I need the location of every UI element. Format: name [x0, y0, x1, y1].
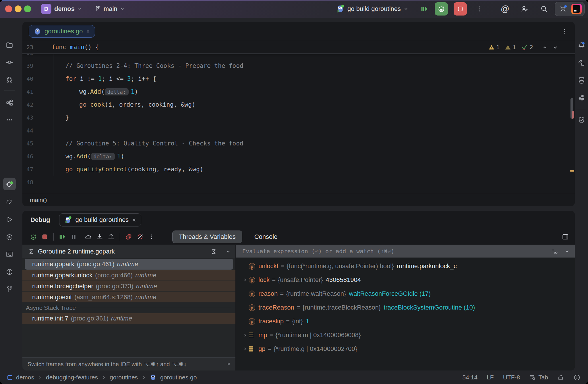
chevron-down-icon[interactable]	[226, 249, 231, 254]
structure-tool-button[interactable]	[3, 96, 16, 109]
services-tool-button[interactable]	[3, 231, 16, 243]
more-tool-windows-button[interactable]	[3, 114, 16, 126]
problems-icon	[6, 268, 13, 276]
plugins-tool-button[interactable]	[575, 91, 588, 104]
terminal-tool-button[interactable]	[3, 248, 16, 261]
close-icon[interactable]	[132, 218, 136, 222]
view-breakpoints-button[interactable]	[123, 231, 134, 243]
zoom-window-button[interactable]	[24, 5, 31, 12]
prev-problem-button[interactable]	[542, 45, 548, 50]
layout-settings-button[interactable]	[562, 233, 569, 241]
code-with-me-button[interactable]	[519, 3, 531, 15]
rerun-button[interactable]	[28, 231, 39, 243]
rerun-debug-button[interactable]	[435, 2, 448, 16]
debug-tool-button[interactable]	[3, 178, 16, 190]
stack-frame-row[interactable]: runtime.gopark(proc.go:461)runtime	[25, 259, 233, 270]
variable-row[interactable]: plock={unsafe.Pointer}4306581904	[236, 273, 575, 287]
editor-breadcrumb-bar[interactable]: main()	[22, 194, 575, 206]
code-line: 44	[22, 124, 575, 137]
frames-header[interactable]: Goroutine 2 runtime.gopark	[22, 245, 235, 258]
debug-more-button[interactable]	[146, 231, 157, 243]
stack-frame-row[interactable]: runtime.forcegchelper(proc.go:373)runtim…	[22, 281, 235, 291]
variable-row[interactable]: preason={runtime.waitReason}waitReasonFo…	[236, 287, 575, 301]
error-stripe-mark[interactable]	[572, 111, 574, 119]
git-tool-button[interactable]	[3, 283, 16, 295]
stop-button[interactable]	[454, 2, 467, 16]
expand-slot[interactable]	[241, 278, 249, 282]
database-tool-button[interactable]	[575, 74, 588, 87]
step-into-button[interactable]	[94, 231, 105, 243]
variable-row[interactable]: punlockf={func(*runtime.g, unsafe.Pointe…	[236, 259, 575, 273]
stack-frame-row[interactable]: runtime.init.7(proc.go:361)runtime	[22, 313, 235, 324]
pull-requests-tool-button[interactable]	[3, 73, 16, 86]
debug-session-tab[interactable]: go build goroutines	[59, 213, 141, 226]
warning-stripe-mark[interactable]	[570, 170, 574, 172]
run-configuration-selector[interactable]: go build goroutines	[336, 5, 408, 13]
expand-chevron-icon[interactable]	[243, 347, 247, 351]
context-breadcrumb[interactable]: main()	[30, 197, 47, 203]
expand-chevron-icon[interactable]	[243, 333, 247, 337]
run-tool-button[interactable]	[3, 213, 16, 226]
editor-tab-options-button[interactable]	[562, 28, 568, 34]
caret-position-widget[interactable]: 54:14	[463, 374, 478, 381]
code-editor[interactable]: 3839// Goroutines 2-4: Three Cooks - Pre…	[22, 54, 575, 194]
variable-name: traceskip	[258, 318, 284, 325]
encoding-widget[interactable]: UTF-8	[503, 374, 520, 381]
minimize-window-button[interactable]	[15, 5, 22, 12]
expand-slot[interactable]	[241, 333, 249, 337]
ai-assistant-tool-button[interactable]	[575, 57, 588, 69]
lock-widget[interactable]	[557, 374, 564, 381]
chevron-down-icon[interactable]	[564, 249, 570, 254]
next-problem-button[interactable]	[552, 45, 558, 50]
code-token: go	[79, 101, 86, 108]
resume-button[interactable]	[57, 231, 68, 243]
user-avatar[interactable]	[571, 4, 582, 14]
goroutines-filter-icon[interactable]	[211, 249, 217, 255]
profiler-tool-button[interactable]	[3, 195, 16, 208]
notifications-button[interactable]	[575, 39, 588, 51]
more-actions-button[interactable]	[473, 3, 485, 15]
tab-console[interactable]: Console	[254, 233, 278, 241]
editor-tab-goroutines[interactable]: goroutines.go	[29, 25, 95, 38]
status-breadcrumb-item[interactable]: goroutines	[110, 374, 138, 381]
project-tool-button[interactable]	[3, 39, 16, 51]
line-ending-widget[interactable]: LF	[487, 374, 494, 381]
step-over-button[interactable]	[82, 231, 94, 243]
resume-program-button[interactable]	[418, 3, 430, 15]
mute-breakpoints-button[interactable]	[134, 231, 146, 243]
notifications-widget[interactable]	[573, 374, 581, 381]
close-window-button[interactable]	[5, 5, 12, 12]
expand-chevron-icon[interactable]	[243, 278, 247, 282]
stop-debug-button[interactable]	[39, 231, 51, 243]
add-watch-icon[interactable]	[551, 248, 558, 255]
variable-row[interactable]: mp={*runtime.m | 0x14000069008}	[236, 328, 575, 342]
inspections-widget[interactable]: 1 1 2	[488, 41, 558, 54]
security-tool-button[interactable]	[575, 114, 588, 126]
close-icon[interactable]	[227, 362, 231, 366]
stack-frame-row[interactable]: runtime.goparkunlock(proc.go:466)runtime	[22, 270, 235, 281]
status-breadcrumb-item[interactable]: demos	[16, 374, 34, 381]
variable-row[interactable]: ptraceskip={int}1	[236, 314, 575, 328]
close-icon[interactable]	[86, 29, 90, 34]
project-widget[interactable]: D demos	[41, 4, 82, 14]
code-token: () {	[84, 44, 99, 51]
problems-tool-button[interactable]	[3, 266, 16, 278]
step-out-button[interactable]	[105, 231, 117, 243]
evaluate-expression-bar[interactable]: Evaluate expression (⏎) or add a watch (…	[236, 245, 575, 258]
status-breadcrumb-item[interactable]: debugging-features	[46, 374, 98, 381]
indent-widget[interactable]: Tab	[529, 374, 548, 381]
commit-tool-button[interactable]	[3, 56, 16, 69]
variable-type: {int}	[292, 318, 303, 325]
expand-slot[interactable]	[241, 347, 249, 351]
vcs-branch-widget[interactable]: main	[94, 5, 125, 13]
settings-button[interactable]	[558, 3, 568, 14]
ai-assistant-button[interactable]: @	[499, 3, 511, 15]
pause-button[interactable]	[68, 231, 80, 243]
variable-row[interactable]: gp={*runtime.g | 0x14000002700}	[236, 342, 575, 356]
search-everywhere-button[interactable]	[538, 3, 550, 15]
stack-frame-row[interactable]: runtime.goexit(asm_arm64.s:1268)runtime	[22, 292, 235, 302]
debug-tool-window: Debug go build goroutines	[22, 211, 575, 370]
variable-row[interactable]: ptraceReason={runtime.traceBlockReason}t…	[236, 301, 575, 314]
status-breadcrumb-item[interactable]: goroutines.go	[160, 374, 197, 381]
tab-threads-variables[interactable]: Threads & Variables	[172, 231, 242, 243]
